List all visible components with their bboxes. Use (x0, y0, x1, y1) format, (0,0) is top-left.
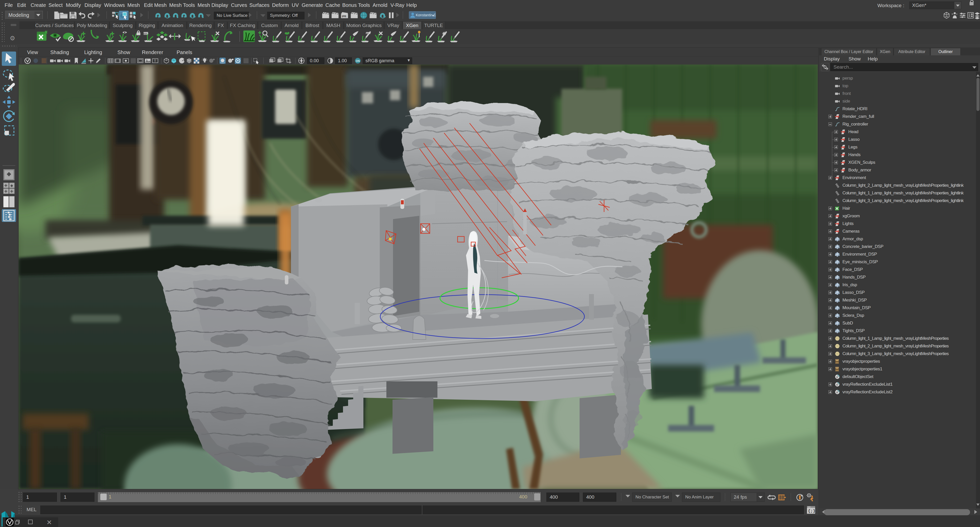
svg-text:{;}: {;} (808, 509, 815, 513)
